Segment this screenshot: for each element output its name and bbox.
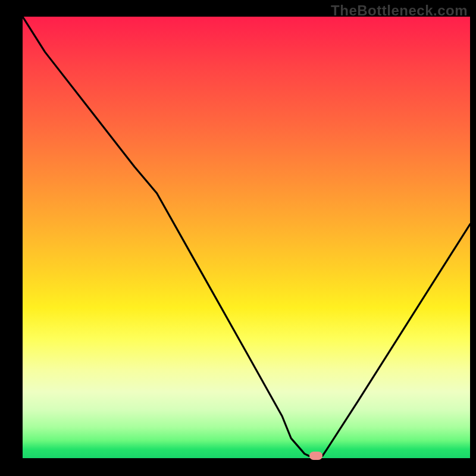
minimum-marker <box>309 452 322 460</box>
curve-svg <box>23 17 470 458</box>
curve-path <box>23 17 470 456</box>
plot-area <box>23 17 470 458</box>
chart-frame: TheBottleneck.com <box>0 0 476 476</box>
